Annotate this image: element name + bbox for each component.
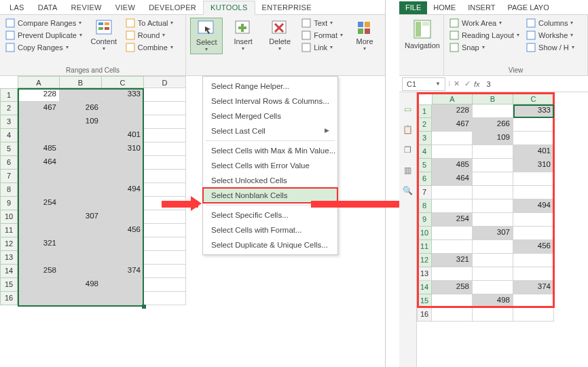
cell[interactable]	[60, 183, 102, 197]
cell[interactable]	[144, 237, 186, 251]
cell[interactable]	[102, 237, 144, 251]
menu-item-select-cells-with-error-value[interactable]: Select Cells with Error Value	[203, 158, 337, 173]
clipboard-icon[interactable]: 📋	[403, 125, 414, 134]
spreadsheet-right[interactable]: ▭ 📋 ❒ ▥ 🔍 ABC 12283332467266310944015485…	[399, 92, 588, 367]
cell[interactable]: 333	[513, 104, 554, 118]
menu-item-select-unlocked-cells[interactable]: Select Unlocked Cells	[203, 173, 337, 188]
row-header[interactable]: 13	[417, 267, 432, 281]
insert-button[interactable]: Insert ▾	[227, 18, 259, 53]
row-header[interactable]: 2	[417, 118, 432, 132]
cell[interactable]: 485	[18, 142, 60, 156]
cell[interactable]	[60, 88, 102, 102]
name-box[interactable]: C1 ▼	[402, 77, 445, 91]
col-header[interactable]: B	[60, 76, 102, 88]
cell[interactable]	[60, 265, 102, 278]
row-header[interactable]: 1	[0, 88, 18, 102]
cell[interactable]: 109	[60, 115, 102, 129]
col-header[interactable]: C	[102, 76, 144, 88]
ribbon-cmd-prevent-duplicate[interactable]: Prevent Duplicate ▾	[4, 30, 84, 41]
cell[interactable]	[102, 278, 144, 292]
cell[interactable]	[473, 240, 513, 254]
cell[interactable]	[60, 170, 102, 183]
row-header[interactable]: 5	[0, 142, 18, 156]
cell[interactable]	[432, 145, 473, 159]
cell[interactable]	[144, 251, 186, 265]
cell[interactable]	[144, 278, 186, 292]
cell[interactable]	[144, 265, 186, 278]
cell[interactable]	[473, 267, 513, 281]
cell[interactable]	[102, 115, 144, 129]
cell[interactable]: 321	[432, 254, 473, 267]
cell[interactable]	[513, 213, 554, 227]
cell[interactable]: 228	[18, 88, 60, 102]
cell[interactable]	[60, 129, 102, 142]
menu-item-select-merged-cells[interactable]: Select Merged Cells	[203, 109, 337, 123]
row-header[interactable]: 14	[0, 265, 18, 278]
row-header[interactable]: 9	[0, 197, 18, 210]
cell[interactable]: 374	[102, 265, 144, 278]
row-header[interactable]: 12	[417, 254, 432, 267]
cell[interactable]	[144, 224, 186, 237]
tab-enterprise[interactable]: ENTERPRISE	[255, 1, 318, 14]
cell[interactable]	[102, 210, 144, 224]
tab-file[interactable]: FILE	[399, 1, 427, 14]
cell[interactable]	[102, 197, 144, 210]
cell[interactable]	[144, 88, 186, 102]
cell[interactable]	[473, 159, 513, 172]
row-header[interactable]: 10	[0, 210, 18, 224]
cell[interactable]	[60, 142, 102, 156]
row-header[interactable]: 13	[0, 251, 18, 265]
cell[interactable]	[432, 227, 473, 240]
cell[interactable]	[473, 213, 513, 227]
menu-item-select-cells-with-format-[interactable]: Select Cells with Format...	[203, 223, 337, 237]
cell[interactable]	[18, 224, 60, 237]
sheet-icon[interactable]: ▭	[403, 104, 414, 114]
ribbon-cmd-to-actual[interactable]: To Actual ▾	[124, 18, 175, 28]
ribbon-cmd-combine[interactable]: Combine ▾	[124, 42, 175, 53]
ribbon-cmd-copy-ranges[interactable]: Copy Ranges ▾	[4, 42, 84, 53]
row-header[interactable]: 3	[0, 115, 18, 129]
ribbon-cmd-round[interactable]: Round ▾	[124, 30, 175, 41]
cell[interactable]	[18, 170, 60, 183]
menu-item-select-last-cell[interactable]: Select Last Cell▶	[203, 123, 337, 138]
row-header[interactable]: 8	[417, 199, 432, 213]
cell[interactable]	[432, 186, 473, 199]
row-header[interactable]: 7	[417, 186, 432, 199]
row-header[interactable]: 3	[417, 132, 432, 145]
cell[interactable]: 456	[102, 224, 144, 237]
layers-icon[interactable]: ❒	[403, 145, 414, 155]
row-header[interactable]: 11	[0, 224, 18, 237]
cell[interactable]	[60, 237, 102, 251]
row-header[interactable]: 11	[417, 240, 432, 254]
cell[interactable]	[513, 227, 554, 240]
cell[interactable]	[432, 132, 473, 145]
col-header[interactable]: A	[18, 76, 60, 88]
more-button[interactable]: More ▾	[348, 18, 381, 53]
cell[interactable]	[513, 118, 554, 132]
cell[interactable]	[144, 129, 186, 142]
cell[interactable]: 254	[18, 197, 60, 210]
menu-item-select-cells-with-max-min-value-[interactable]: Select Cells with Max & Min Value...	[203, 143, 337, 158]
cell[interactable]: 258	[18, 265, 60, 278]
col-header[interactable]: A	[432, 92, 473, 104]
cell[interactable]	[102, 170, 144, 183]
cell[interactable]: 374	[513, 281, 554, 294]
ribbon-cmd-format[interactable]: Format ▾	[300, 30, 344, 41]
cell[interactable]	[432, 240, 473, 254]
cell[interactable]: 467	[432, 118, 473, 132]
cell[interactable]	[18, 115, 60, 129]
cell[interactable]	[432, 294, 473, 308]
cell[interactable]	[473, 186, 513, 199]
find-icon[interactable]: 🔍	[403, 186, 414, 195]
cell[interactable]: 307	[60, 210, 102, 224]
cell[interactable]	[60, 292, 102, 305]
cell[interactable]: 307	[473, 227, 513, 240]
cell[interactable]: 456	[513, 240, 554, 254]
cell[interactable]	[473, 308, 513, 322]
cell[interactable]	[144, 292, 186, 305]
cell[interactable]	[18, 278, 60, 292]
cell[interactable]	[473, 199, 513, 213]
enter-icon[interactable]: ✓	[462, 79, 473, 88]
ribbon-cmd-snap[interactable]: Snap ▾	[448, 42, 521, 53]
menu-item-select-range-helper-[interactable]: Select Range Helper...	[203, 79, 337, 94]
